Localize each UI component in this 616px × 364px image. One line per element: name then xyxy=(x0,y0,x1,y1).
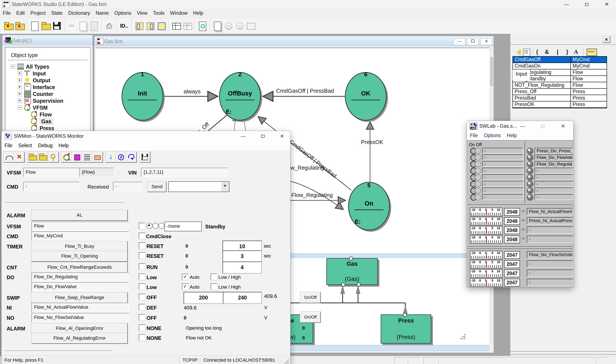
swmon-menu-file[interactable]: File xyxy=(1,141,15,148)
collapse-icon[interactable] xyxy=(11,65,15,69)
swlab-titlebar[interactable]: LAB SWLab - Gas.s... — ✕ xyxy=(467,121,573,131)
on-off-toggle[interactable] xyxy=(470,161,481,167)
do-regulating-field[interactable]: Flow_Do_Regulating xyxy=(31,272,129,282)
menu-file[interactable]: File xyxy=(0,9,14,16)
alarm-opening-button[interactable]: Flow_Al_OpeningError xyxy=(31,323,128,334)
auto-checkbox[interactable]: ✓ xyxy=(182,274,189,280)
lowhigh-checkbox[interactable] xyxy=(211,274,217,280)
swmon-minimize-button[interactable]: — xyxy=(238,132,248,140)
op-name[interactable]: A xyxy=(574,49,578,55)
ni-field[interactable]: Flow_Ni_ActualFlowValue xyxy=(31,303,129,312)
swmon-titlebar[interactable]: SWMon - StateWORKS Monitor — ✕ xyxy=(1,131,290,142)
combo-drop-icon[interactable] xyxy=(222,182,229,191)
vfsm-select-icon[interactable] xyxy=(61,152,72,163)
collapse-icon[interactable] xyxy=(18,105,22,110)
project-titlebar[interactable]: Gas.prj:1 xyxy=(2,35,93,45)
swlab-menu-options[interactable]: Options xyxy=(481,131,504,138)
gauge-name-field[interactable]: Flow_Ni_ActualFlowV. xyxy=(527,208,573,215)
expand-icon[interactable] xyxy=(18,71,22,76)
connect-icon[interactable] xyxy=(4,152,14,163)
gauge-name-field[interactable]: - xyxy=(527,260,573,268)
resize-grip[interactable] xyxy=(284,359,289,364)
name-table-row[interactable]: CmdGasOn MyCmd xyxy=(513,63,607,69)
spinner-icon[interactable] xyxy=(521,226,526,233)
radio-option-3[interactable] xyxy=(159,223,164,229)
output-name-field[interactable]: Press_Do_Press_ xyxy=(534,148,573,154)
block-press[interactable]: Press (Press) xyxy=(381,314,431,343)
state-on[interactable]: 5 On E: xyxy=(348,182,391,232)
vfsm-name-field[interactable]: Flow xyxy=(23,168,80,177)
expand-icon[interactable] xyxy=(18,99,22,103)
type-cell[interactable]: MyCmd xyxy=(571,63,607,69)
type-cell[interactable]: MyCmd xyxy=(571,57,607,63)
fsm-close-button[interactable]: ✕ xyxy=(481,38,492,45)
cmdclose-checkbox[interactable] xyxy=(139,233,145,239)
tab-input[interactable]: Input xyxy=(512,69,531,80)
low-checkbox[interactable] xyxy=(139,284,145,290)
disconnect-icon[interactable]: ✕ xyxy=(14,152,25,163)
spinner-icon[interactable] xyxy=(521,208,526,215)
name-table-row[interactable]: PressOK Press xyxy=(513,102,607,108)
name-cell[interactable]: CmdGasOff xyxy=(513,57,571,63)
gauge-name-field[interactable]: - xyxy=(527,236,573,243)
state-window-icon[interactable] xyxy=(156,20,167,31)
run-checkbox[interactable] xyxy=(139,263,145,270)
none-checkbox[interactable] xyxy=(139,325,145,331)
swmon-menu-select[interactable]: Select xyxy=(15,141,35,148)
op-paren-open[interactable]: ( xyxy=(536,49,538,55)
expand-icon[interactable] xyxy=(18,78,22,82)
insert-state-up-icon[interactable] xyxy=(134,20,145,31)
state-offbusy[interactable]: 2 OffBusy E: xyxy=(219,71,262,122)
output-name-field[interactable]: Flow_Do_FlowVal xyxy=(534,155,573,160)
key-icon[interactable] xyxy=(48,152,59,163)
open-fsm-icon[interactable] xyxy=(14,20,25,31)
minimize-button[interactable]: — xyxy=(560,0,573,9)
menu-project[interactable]: Project xyxy=(27,9,49,16)
gauge-name-field[interactable]: Flow_No_FlowSetValu xyxy=(527,251,573,259)
do-flowvalve-field[interactable]: Flow_Do_FlowValve xyxy=(31,282,129,292)
gauge-value[interactable]: 2048 xyxy=(504,236,520,243)
def-checkbox[interactable] xyxy=(139,304,145,310)
fsm-titlebar[interactable]: Gas.fsm — ✕ xyxy=(94,36,494,46)
output-name-field[interactable]: - xyxy=(534,194,573,200)
no-onoff-button[interactable]: On/Off xyxy=(300,312,321,323)
spinner-icon[interactable] xyxy=(521,235,526,242)
vin-field[interactable]: {1,2,7,11} xyxy=(141,168,227,177)
reset-checkbox[interactable] xyxy=(139,252,145,259)
vfsm-checkbox[interactable] xyxy=(139,223,145,229)
loop-icon[interactable] xyxy=(126,152,137,163)
output-name-field[interactable]: - xyxy=(534,188,573,193)
input-value-field[interactable]: - xyxy=(482,155,523,160)
name-table-row[interactable]: PressBad Press xyxy=(513,95,607,102)
reset-checkbox[interactable] xyxy=(139,242,145,249)
swlab-menu-help[interactable]: Help xyxy=(504,131,520,138)
swlab-maximize-button[interactable] xyxy=(538,122,547,130)
name-table-row[interactable]: CmdGasOff MyCmd xyxy=(513,57,607,63)
gauge-value[interactable]: 2048 xyxy=(504,208,520,216)
block-gas[interactable]: Gas (Gas) xyxy=(326,258,378,285)
send-button[interactable]: Send xyxy=(148,182,166,192)
menu-tools[interactable]: Tools xyxy=(150,9,167,16)
alarm-al-button[interactable]: AL xyxy=(31,210,128,221)
save-log-icon[interactable] xyxy=(140,152,150,163)
swmon-close-button[interactable]: ✕ xyxy=(277,132,287,140)
name-table-row[interactable]: NOT_Flow_Regulating Flow xyxy=(513,82,607,89)
expand-icon[interactable] xyxy=(18,92,22,96)
on-off-toggle[interactable] xyxy=(470,194,481,200)
maximize-button[interactable] xyxy=(580,0,593,9)
fsm-minimize-button[interactable]: — xyxy=(454,38,465,45)
back-arrow-icon[interactable] xyxy=(514,50,520,55)
input-value-field[interactable]: - xyxy=(482,188,523,193)
name-cell[interactable]: PressOK xyxy=(513,102,571,107)
cmd-mycmd-field[interactable]: Flow_MyCmd xyxy=(31,231,129,241)
menu-name[interactable]: Name xyxy=(93,9,111,16)
menu-window[interactable]: Window xyxy=(167,9,190,16)
menu-help[interactable]: Help xyxy=(190,9,206,16)
expand-icon[interactable] xyxy=(18,85,22,89)
op-or[interactable]: | xyxy=(557,49,559,55)
type-cell[interactable]: Flow xyxy=(571,69,607,75)
spinner-icon[interactable] xyxy=(521,217,526,224)
gauge-value[interactable]: 2048 xyxy=(504,226,520,234)
hand-icon[interactable] xyxy=(92,152,103,163)
gauge-name-field[interactable]: - xyxy=(527,226,573,234)
